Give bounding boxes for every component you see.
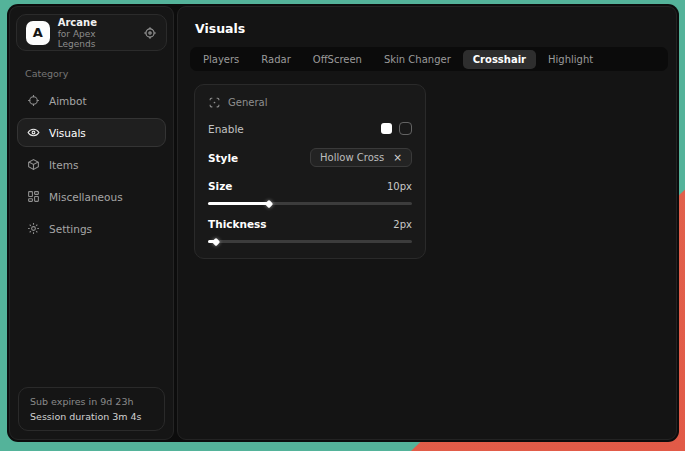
page-title: Visuals (195, 21, 668, 36)
sidebar-item-label: Settings (49, 223, 92, 235)
layout-icon (27, 190, 40, 203)
app-logo: A (26, 21, 50, 45)
app-window: A Arcane for Apex Legends Category (7, 4, 679, 442)
tab-bar: Players Radar OffScreen Skin Changer Cro… (190, 47, 668, 71)
enable-checkbox[interactable] (399, 122, 412, 135)
thickness-slider-thumb[interactable] (212, 237, 220, 245)
enable-label: Enable (208, 123, 244, 135)
app-name: Arcane (58, 17, 135, 28)
thickness-label: Thickness (208, 218, 267, 230)
sidebar-item-label: Aimbot (49, 95, 87, 107)
sidebar-item-items[interactable]: Items (17, 150, 166, 179)
tab-highlight[interactable]: Highlight (538, 50, 603, 69)
size-slider-thumb[interactable] (265, 199, 273, 207)
clear-style-icon[interactable]: × (393, 152, 402, 163)
panel-header: General (208, 96, 412, 109)
thickness-row: Thickness 2px (208, 218, 412, 230)
tab-players[interactable]: Players (193, 50, 249, 69)
app-title-block: Arcane for Apex Legends (58, 17, 135, 49)
size-slider[interactable] (208, 202, 412, 205)
eye-icon (27, 126, 40, 139)
sidebar-item-label: Visuals (49, 127, 86, 139)
category-label: Category (25, 68, 158, 79)
scan-icon (208, 96, 221, 109)
app-header-card: A Arcane for Apex Legends (16, 14, 167, 51)
crosshair-icon (27, 94, 40, 107)
tab-skin-changer[interactable]: Skin Changer (374, 50, 461, 69)
tab-crosshair[interactable]: Crosshair (463, 50, 536, 69)
panel-title: General (228, 97, 267, 108)
size-row: Size 10px (208, 180, 412, 192)
tab-offscreen[interactable]: OffScreen (303, 50, 372, 69)
style-label: Style (208, 152, 238, 164)
sidebar-item-settings[interactable]: Settings (17, 214, 166, 243)
thickness-value: 2px (393, 219, 412, 230)
sidebar-item-miscellaneous[interactable]: Miscellaneous (17, 182, 166, 211)
style-value: Hollow Cross (320, 152, 384, 163)
sub-expires-text: Sub expires in 9d 23h (30, 396, 153, 407)
enable-row: Enable (208, 122, 412, 135)
subscription-info-box: Sub expires in 9d 23h Session duration 3… (18, 387, 165, 431)
sidebar: A Arcane for Apex Legends Category (9, 6, 174, 440)
cube-icon (27, 158, 40, 171)
gear-icon (27, 222, 40, 235)
size-slider-fill (208, 202, 269, 205)
style-row: Style Hollow Cross × (208, 148, 412, 167)
size-value: 10px (387, 181, 412, 192)
main-panel: Visuals Players Radar OffScreen Skin Cha… (177, 6, 677, 440)
sidebar-item-visuals[interactable]: Visuals (17, 118, 166, 147)
tab-radar[interactable]: Radar (251, 50, 300, 69)
sidebar-nav: Aimbot Visuals Items (10, 86, 173, 243)
enable-controls (381, 122, 412, 135)
target-icon (143, 26, 157, 40)
size-label: Size (208, 180, 232, 192)
sidebar-item-aimbot[interactable]: Aimbot (17, 86, 166, 115)
color-swatch[interactable] (381, 123, 392, 134)
style-value-chip[interactable]: Hollow Cross × (310, 148, 412, 167)
sidebar-item-label: Items (49, 159, 78, 171)
general-settings-panel: General Enable Style Hollow Cross × Size… (194, 84, 426, 259)
session-duration-text: Session duration 3m 4s (30, 411, 153, 422)
thickness-slider[interactable] (208, 240, 412, 243)
sidebar-item-label: Miscellaneous (49, 191, 123, 203)
app-subtitle: for Apex Legends (58, 29, 135, 49)
